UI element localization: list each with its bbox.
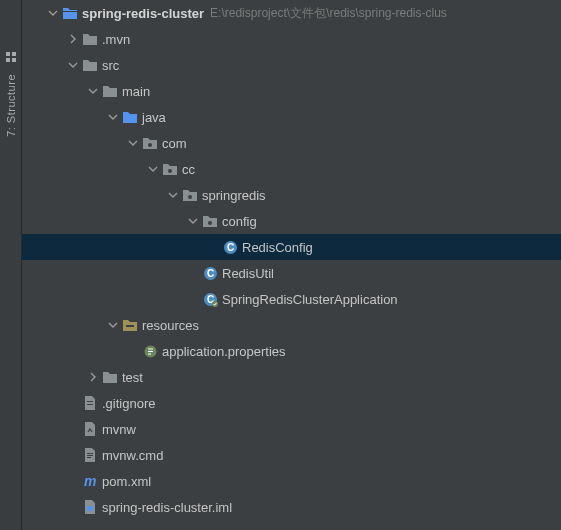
tree-row-mvn[interactable]: .mvn <box>22 26 561 52</box>
maven-pom-icon: m <box>82 473 98 489</box>
svg-rect-22 <box>87 457 91 458</box>
tree-row-springapp[interactable]: C SpringRedisClusterApplication <box>22 286 561 312</box>
svg-rect-2 <box>6 58 10 62</box>
node-label: RedisConfig <box>242 240 319 255</box>
script-file-icon <box>82 421 98 437</box>
svg-rect-18 <box>87 401 93 402</box>
structure-tab-label[interactable]: 7: Structure <box>5 74 17 137</box>
svg-rect-3 <box>12 58 16 62</box>
node-label: .gitignore <box>102 396 161 411</box>
node-label: src <box>102 58 125 73</box>
folder-icon <box>82 31 98 47</box>
node-label: config <box>222 214 263 229</box>
node-label: test <box>122 370 149 385</box>
node-label: cc <box>182 162 201 177</box>
project-root-path: E:\redisproject\文件包\redis\spring-redis-c… <box>210 5 447 22</box>
package-icon <box>182 187 198 203</box>
package-icon <box>142 135 158 151</box>
svg-text:m: m <box>84 473 96 489</box>
tree-row-src[interactable]: src <box>22 52 561 78</box>
tree-row-iml[interactable]: spring-redis-cluster.iml <box>22 494 561 520</box>
tree-row-mvnwcmd[interactable]: mvnw.cmd <box>22 442 561 468</box>
node-label: SpringRedisClusterApplication <box>222 292 404 307</box>
svg-rect-20 <box>87 453 93 454</box>
node-label: resources <box>142 318 205 333</box>
chevron-down-icon[interactable] <box>106 110 120 124</box>
svg-point-6 <box>168 169 172 173</box>
svg-rect-19 <box>87 404 93 405</box>
java-class-icon: C <box>202 265 218 281</box>
package-icon <box>162 161 178 177</box>
tree-row-mvnw[interactable]: mvnw <box>22 416 561 442</box>
svg-rect-21 <box>87 455 93 456</box>
chevron-right-icon[interactable] <box>86 370 100 384</box>
chevron-down-icon[interactable] <box>46 6 60 20</box>
tree-row-redisconfig[interactable]: C RedisConfig <box>22 234 561 260</box>
tree-row-project-root[interactable]: spring-redis-cluster E:\redisproject\文件包… <box>22 0 561 26</box>
node-label: com <box>162 136 193 151</box>
spring-app-icon: C <box>202 291 218 307</box>
svg-text:C: C <box>226 242 233 253</box>
source-folder-icon <box>122 109 138 125</box>
node-label: main <box>122 84 156 99</box>
structure-tab-icon[interactable] <box>4 50 18 64</box>
chevron-down-icon[interactable] <box>186 214 200 228</box>
module-file-icon <box>82 499 98 515</box>
tree-row-resources[interactable]: resources <box>22 312 561 338</box>
toolwindow-tab-strip: 7: Structure <box>0 0 22 530</box>
chevron-down-icon[interactable] <box>86 84 100 98</box>
tree-row-gitignore[interactable]: .gitignore <box>22 390 561 416</box>
gitignore-file-icon <box>82 395 98 411</box>
node-label: spring-redis-cluster.iml <box>102 500 238 515</box>
node-label: mvnw.cmd <box>102 448 169 463</box>
java-class-icon: C <box>222 239 238 255</box>
project-tree[interactable]: spring-redis-cluster E:\redisproject\文件包… <box>22 0 561 530</box>
resources-folder-icon <box>122 317 138 333</box>
svg-point-5 <box>148 143 152 147</box>
svg-point-7 <box>188 195 192 199</box>
folder-icon <box>82 57 98 73</box>
node-label: mvnw <box>102 422 142 437</box>
node-label: springredis <box>202 188 272 203</box>
tree-row-appprops[interactable]: application.properties <box>22 338 561 364</box>
node-label: application.properties <box>162 344 292 359</box>
chevron-down-icon[interactable] <box>146 162 160 176</box>
node-label: RedisUtil <box>222 266 280 281</box>
folder-icon <box>102 369 118 385</box>
properties-file-icon <box>142 343 158 359</box>
node-label: pom.xml <box>102 474 157 489</box>
svg-rect-4 <box>63 11 77 12</box>
chevron-down-icon[interactable] <box>166 188 180 202</box>
tree-row-config[interactable]: config <box>22 208 561 234</box>
tree-row-test[interactable]: test <box>22 364 561 390</box>
chevron-down-icon[interactable] <box>66 58 80 72</box>
node-label: .mvn <box>102 32 136 47</box>
folder-icon <box>102 83 118 99</box>
project-root-label: spring-redis-cluster <box>82 6 210 21</box>
tree-row-springredis[interactable]: springredis <box>22 182 561 208</box>
text-file-icon <box>82 447 98 463</box>
tree-row-cc[interactable]: cc <box>22 156 561 182</box>
tree-row-com[interactable]: com <box>22 130 561 156</box>
svg-point-8 <box>208 221 212 225</box>
svg-rect-0 <box>6 52 10 56</box>
chevron-down-icon[interactable] <box>126 136 140 150</box>
svg-rect-1 <box>12 52 16 56</box>
chevron-down-icon[interactable] <box>106 318 120 332</box>
svg-rect-16 <box>126 325 134 327</box>
node-label: java <box>142 110 172 125</box>
tree-row-main[interactable]: main <box>22 78 561 104</box>
tree-row-java[interactable]: java <box>22 104 561 130</box>
tree-row-redisutil[interactable]: C RedisUtil <box>22 260 561 286</box>
project-root-icon <box>62 5 78 21</box>
chevron-right-icon[interactable] <box>66 32 80 46</box>
svg-rect-24 <box>87 506 93 511</box>
tree-row-pom[interactable]: m pom.xml <box>22 468 561 494</box>
svg-text:C: C <box>206 268 213 279</box>
package-icon <box>202 213 218 229</box>
